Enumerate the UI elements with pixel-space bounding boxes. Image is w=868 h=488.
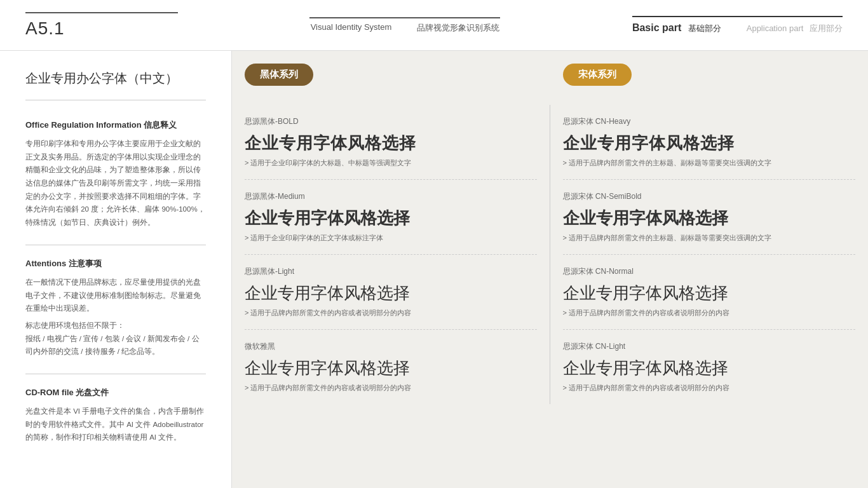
- section-info: Office Regulation Information 信息释义 专用印刷字…: [25, 119, 206, 229]
- col1-header: 黑体系列: [245, 64, 550, 98]
- section-cdrom-text: 光盘文件是本 VI 手册电子文件的集合，内含手册制作时的专用软件格式文件。其中 …: [25, 405, 206, 444]
- font-entry: 思源宋体 CN-Heavy企业专用字体风格选择适用于品牌内部所需文件的主标题、副…: [563, 105, 856, 179]
- sidebar: 企业专用办公字体（中文） Office Regulation Informati…: [0, 51, 232, 488]
- font-desc: 适用于品牌内部所需文件的主标题、副标题等需要突出强调的文字: [563, 233, 856, 243]
- font-desc: 适用于品牌内部所需文件的内容或者说明部分的内容: [563, 308, 856, 318]
- font-entry: 微软雅黑企业专用字体风格选择适用于品牌内部所需文件的内容或者说明部分的内容: [245, 329, 537, 404]
- font-sample: 企业专用字体风格选择: [245, 207, 537, 229]
- section-attentions-text1: 在一般情况下使用品牌标志，应尽量使用提供的光盘电子文件，不建议使用标准制图绘制标…: [25, 276, 206, 315]
- brand-label: 品牌视觉形象识别系统: [417, 22, 499, 34]
- app-part-label: Application part 应用部分: [747, 23, 843, 34]
- font-entry: 思源宋体 CN-SemiBold企业专用字体风格选择适用于品牌内部所需文件的主标…: [563, 179, 856, 254]
- header-top-line: [25, 12, 178, 13]
- font-sample: 企业专用字体风格选择: [245, 357, 537, 379]
- font-name: 思源黑体-Medium: [245, 191, 537, 202]
- font-name: 思源宋体 CN-Light: [563, 341, 856, 352]
- section-cdrom-title: CD-ROM file 光盘文件: [25, 387, 206, 398]
- font-entry: 思源黑体-Light企业专用字体风格选择适用于品牌内部所需文件的内容或者说明部分…: [245, 254, 537, 329]
- font-desc: 适用于品牌内部所需文件的内容或者说明部分的内容: [245, 383, 537, 393]
- font-entry: 思源宋体 CN-Normal企业专用字体风格选择适用于品牌内部所需文件的内容或者…: [563, 254, 856, 329]
- font-name: 微软雅黑: [245, 341, 537, 352]
- font-sample: 企业专用字体风格选择: [563, 132, 856, 154]
- main: 企业专用办公字体（中文） Office Regulation Informati…: [0, 51, 868, 488]
- sidebar-divider-2: [25, 374, 206, 374]
- section-attentions-title: Attentions 注意事项: [25, 258, 206, 269]
- font-name: 思源宋体 CN-SemiBold: [563, 191, 856, 202]
- sidebar-divider-1: [25, 245, 206, 245]
- font-name: 思源黑体-BOLD: [245, 116, 537, 127]
- col1-badge: 黑体系列: [245, 64, 313, 86]
- col2-header: 宋体系列: [550, 64, 856, 98]
- font-desc: 适用于品牌内部所需文件的内容或者说明部分的内容: [245, 308, 537, 318]
- section-attentions-text2: 标志使用环境包括但不限于：: [25, 319, 206, 332]
- sidebar-title: 企业专用办公字体（中文）: [25, 70, 206, 100]
- header-center: Visual Identity System 品牌视觉形象识别系统: [309, 17, 500, 34]
- section-attentions-text3: 报纸 / 电视广告 / 宣传 / 包装 / 会议 / 新闻发布会 / 公司内外部…: [25, 332, 206, 358]
- font-name: 思源宋体 CN-Heavy: [563, 116, 856, 127]
- font-sample: 企业专用字体风格选择: [563, 207, 856, 229]
- center-top-line: [309, 17, 500, 18]
- basic-part-label: Basic part 基础部分: [632, 22, 721, 34]
- font-desc: 适用于企业印刷字体的正文字体或标注字体: [245, 233, 537, 243]
- font-name: 思源黑体-Light: [245, 266, 537, 277]
- font-col-left: 思源黑体-BOLD企业专用字体风格选择适用于企业印刷字体的大标题、中标题等强调型…: [245, 105, 550, 404]
- section-info-text: 专用印刷字体和专用办公字体主要应用于企业文献的正文及实务用品。所选定的字体用以实…: [25, 137, 206, 229]
- content-area: 黑体系列 宋体系列 思源黑体-BOLD企业专用字体风格选择适用于企业印刷字体的大…: [232, 51, 868, 488]
- font-columns: 思源黑体-BOLD企业专用字体风格选择适用于企业印刷字体的大标题、中标题等强调型…: [245, 105, 855, 404]
- header-right: Basic part 基础部分 Application part 应用部分: [632, 16, 843, 34]
- col-headers-row: 黑体系列 宋体系列: [245, 64, 855, 98]
- font-sample: 企业专用字体风格选择: [563, 357, 856, 379]
- font-desc: 适用于品牌内部所需文件的内容或者说明部分的内容: [563, 383, 856, 393]
- header: A5.1 Visual Identity System 品牌视觉形象识别系统 B…: [0, 0, 868, 51]
- section-cdrom: CD-ROM file 光盘文件 光盘文件是本 VI 手册电子文件的集合，内含手…: [25, 387, 206, 444]
- page-number: A5.1: [25, 18, 178, 39]
- font-entry: 思源宋体 CN-Light企业专用字体风格选择适用于品牌内部所需文件的内容或者说…: [563, 329, 856, 404]
- header-left: A5.1: [25, 12, 178, 39]
- font-desc: 适用于品牌内部所需文件的主标题、副标题等需要突出强调的文字: [563, 158, 856, 168]
- font-entry: 思源黑体-Medium企业专用字体风格选择适用于企业印刷字体的正文字体或标注字体: [245, 179, 537, 254]
- section-info-title: Office Regulation Information 信息释义: [25, 119, 206, 131]
- font-name: 思源宋体 CN-Normal: [563, 266, 856, 277]
- section-attentions: Attentions 注意事项 在一般情况下使用品牌标志，应尽量使用提供的光盘电…: [25, 258, 206, 358]
- col2-badge: 宋体系列: [563, 64, 632, 86]
- font-sample: 企业专用字体风格选择: [563, 282, 856, 304]
- center-labels: Visual Identity System 品牌视觉形象识别系统: [311, 22, 500, 34]
- font-entry: 思源黑体-BOLD企业专用字体风格选择适用于企业印刷字体的大标题、中标题等强调型…: [245, 105, 537, 179]
- vi-label: Visual Identity System: [311, 22, 392, 34]
- font-desc: 适用于企业印刷字体的大标题、中标题等强调型文字: [245, 158, 537, 168]
- font-sample: 企业专用字体风格选择: [245, 132, 537, 154]
- font-sample: 企业专用字体风格选择: [245, 282, 537, 304]
- font-col-right: 思源宋体 CN-Heavy企业专用字体风格选择适用于品牌内部所需文件的主标题、副…: [550, 105, 856, 404]
